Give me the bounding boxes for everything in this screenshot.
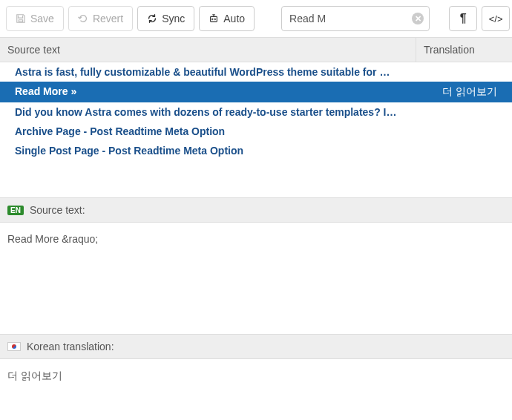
auto-label: Auto (223, 13, 245, 24)
row-translation (490, 66, 497, 78)
table-header: Source text Translation (0, 37, 512, 62)
en-badge: EN (7, 206, 24, 215)
save-label: Save (30, 13, 54, 24)
source-pane-label: Source text: (30, 204, 85, 216)
row-translation (490, 125, 497, 137)
clear-search-icon[interactable]: ✕ (412, 13, 424, 24)
row-translation: 더 읽어보기 (435, 85, 497, 99)
code-icon: </> (489, 13, 503, 24)
table-row[interactable]: Archive Page - Post Readtime Meta Option (0, 122, 512, 141)
row-translation (490, 145, 497, 157)
svg-point-2 (214, 19, 216, 20)
table-row[interactable]: Read More »더 읽어보기 (0, 82, 512, 102)
row-source: Did you know Astra comes with dozens of … (15, 106, 490, 118)
row-translation (490, 106, 497, 118)
table-row[interactable]: Did you know Astra comes with dozens of … (0, 102, 512, 122)
sync-icon (147, 13, 157, 24)
row-source: Astra is fast, fully customizable & beau… (15, 66, 490, 78)
save-icon (16, 13, 26, 24)
save-button[interactable]: Save (6, 6, 64, 31)
view-toggle-group: ¶ </> (449, 6, 510, 31)
sync-button[interactable]: Sync (137, 6, 194, 31)
table-row[interactable]: Single Post Page - Post Readtime Meta Op… (0, 141, 512, 160)
revert-icon (78, 13, 88, 24)
toolbar: Save Revert Sync Auto ✕ ¶ </> (0, 0, 512, 37)
korean-flag-icon (7, 342, 21, 351)
translation-pane-body[interactable]: 더 읽어보기 (0, 359, 512, 393)
auto-button[interactable]: Auto (199, 6, 255, 31)
pilcrow-button[interactable]: ¶ (449, 6, 477, 31)
rows-container: Astra is fast, fully customizable & beau… (0, 62, 512, 160)
translation-column-header: Translation (416, 38, 512, 62)
search-wrap: ✕ (281, 6, 430, 31)
svg-point-1 (212, 19, 214, 20)
revert-button[interactable]: Revert (68, 6, 133, 31)
spacer (0, 160, 512, 197)
row-source: Read More » (15, 85, 435, 99)
row-source: Single Post Page - Post Readtime Meta Op… (15, 145, 490, 157)
sync-label: Sync (162, 13, 185, 24)
code-view-button[interactable]: </> (482, 6, 510, 31)
source-column-header: Source text (0, 38, 416, 62)
translation-pane-label: Korean translation: (27, 341, 114, 352)
pilcrow-icon: ¶ (460, 12, 467, 25)
table-row[interactable]: Astra is fast, fully customizable & beau… (0, 62, 512, 82)
source-pane-header: EN Source text: (0, 197, 512, 223)
revert-label: Revert (93, 13, 123, 24)
source-pane-body[interactable]: Read More &raquo; (0, 223, 512, 334)
row-source: Archive Page - Post Readtime Meta Option (15, 125, 490, 137)
translation-pane-header: Korean translation: (0, 334, 512, 359)
search-input[interactable] (281, 6, 430, 31)
robot-icon (209, 13, 219, 24)
